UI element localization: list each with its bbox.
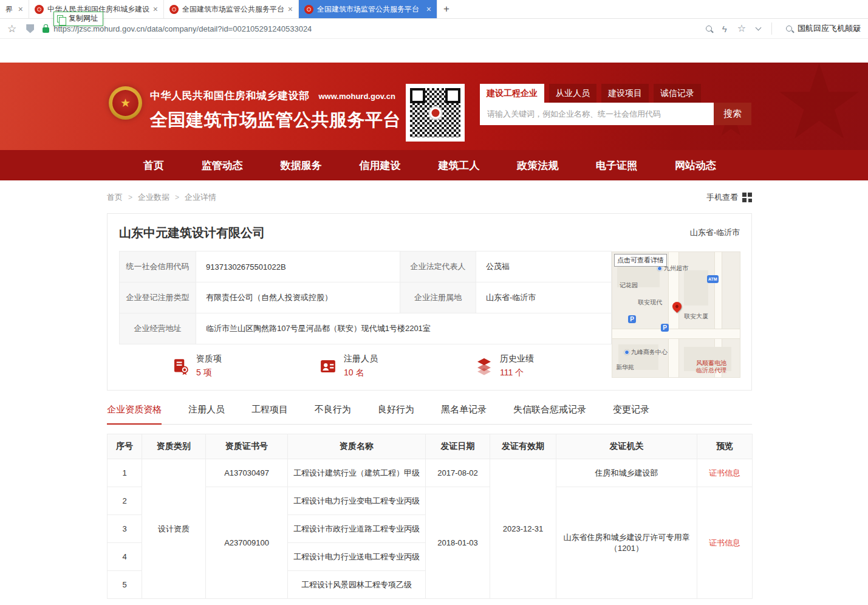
nav-item-supervision-news[interactable]: 监管动态 — [202, 159, 243, 173]
cert-info-link[interactable]: 证书信息 — [709, 538, 740, 547]
col-header-seq: 序号 — [108, 434, 142, 459]
copy-url-tooltip[interactable]: 复制网址 — [53, 12, 103, 26]
qual-preview: 证书信息 — [697, 459, 753, 487]
main-nav: 首页 监管动态 数据服务 信用建设 建筑工人 政策法规 电子证照 网站动态 — [0, 150, 868, 180]
table-row: 1 设计资质 A137030497 工程设计建筑行业（建筑工程）甲级 2017-… — [108, 459, 753, 487]
col-header-authority: 发证机关 — [556, 434, 697, 459]
qr-center-logo — [428, 106, 442, 120]
search-tab-construction-enterprise[interactable]: 建设工程企业 — [480, 84, 544, 103]
map-poi-label: 九峰商务中心 — [624, 348, 668, 357]
copy-url-label: 复制网址 — [69, 13, 98, 24]
stat-label: 注册人员 — [344, 354, 378, 364]
tab-dishonesty-records[interactable]: 失信联合惩戒记录 — [513, 404, 586, 424]
chevron-down-icon[interactable] — [756, 27, 760, 30]
map-poi-label: 新华苑 — [616, 363, 634, 372]
info-value-legal-person: 公茂福 — [476, 251, 612, 282]
address-bar-actions: ϟ ☆ 国航回应飞机颠簸 — [695, 22, 861, 35]
nav-item-e-certificates[interactable]: 电子证照 — [596, 159, 637, 173]
nav-item-site-news[interactable]: 网站动态 — [675, 159, 716, 173]
tab-good-behavior[interactable]: 良好行为 — [378, 404, 414, 424]
tab-blacklist[interactable]: 黑名单记录 — [441, 404, 487, 424]
nav-item-home[interactable]: 首页 — [143, 159, 164, 173]
qual-cert-no: A237009100 — [206, 487, 288, 599]
favorite-star-icon[interactable]: ☆ — [737, 24, 746, 33]
col-header-name: 资质名称 — [288, 434, 426, 459]
search-button[interactable]: 搜索 — [714, 103, 751, 125]
search-tab-credit-records[interactable]: 诚信记录 — [654, 84, 701, 103]
col-header-validity: 发证有效期 — [490, 434, 556, 459]
emblem-star-icon: ★ — [112, 90, 138, 116]
info-value-address: 临沂市兰山区陶然路107号星河晶都（联安）现代城1号楼2201室 — [196, 313, 612, 344]
qual-name: 工程设计电力行业送电工程专业丙级 — [288, 543, 426, 571]
qual-name: 工程设计建筑行业（建筑工程）甲级 — [288, 459, 426, 487]
site-header: ★ ★ ★ 中华人民共和国住房和城乡建设部 www.mohurd.gov.cn … — [0, 63, 868, 150]
ministry-name: 中华人民共和国住房和城乡建设部 — [150, 89, 310, 103]
qual-name: 工程设计风景园林工程专项乙级 — [288, 571, 426, 599]
search-tab-practitioners[interactable]: 从业人员 — [549, 84, 596, 103]
tab-change-records[interactable]: 变更记录 — [613, 404, 649, 424]
breadcrumb-company-data[interactable]: 企业数据 — [138, 192, 169, 203]
tab-qualifications[interactable]: 企业资质资格 — [107, 404, 162, 425]
search-icon[interactable] — [786, 26, 792, 32]
site-favicon-icon — [35, 5, 44, 14]
tab-bad-behavior[interactable]: 不良行为 — [315, 404, 351, 424]
search-tab-projects[interactable]: 建设项目 — [601, 84, 649, 103]
close-icon[interactable]: × — [153, 4, 158, 14]
new-tab-button[interactable]: + — [437, 0, 456, 18]
qual-preview: 证书信息 — [697, 487, 753, 599]
company-region: 山东省-临沂市 — [690, 227, 740, 238]
col-header-preview: 预览 — [697, 434, 753, 459]
tab-title: 全国建筑市场监管公共服务平台 — [182, 4, 284, 15]
breadcrumb-company-detail[interactable]: 企业详情 — [185, 192, 216, 203]
header-search-panel: 建设工程企业 从业人员 建设项目 诚信记录 搜索 — [480, 84, 751, 125]
company-info-table: 统一社会信用代码 91371302675501022B 企业法定代表人 公茂福 … — [119, 251, 612, 344]
tab-registered-personnel[interactable]: 注册人员 — [188, 404, 225, 424]
map-block — [684, 270, 708, 306]
bookmark-star-icon[interactable]: ☆ — [7, 24, 16, 34]
company-name: 山东中元建筑设计有限公司 — [119, 225, 265, 241]
zoom-icon[interactable] — [706, 26, 712, 32]
info-label-legal-person: 企业法定代表人 — [400, 251, 476, 282]
map-widget[interactable]: 点击可查看详情 九州超市 记花园 联安现代 联安大厦 九峰商务中心 新华苑 风顺… — [612, 251, 740, 378]
qual-category: 设计资质 — [142, 459, 206, 599]
toolbar-divider — [771, 22, 772, 35]
stat-value: 10 名 — [344, 367, 378, 378]
browser-tab-1[interactable]: 界 × — [0, 0, 29, 18]
search-category-tabs: 建设工程企业 从业人员 建设项目 诚信记录 — [480, 84, 751, 103]
browser-tab-active[interactable]: 全国建筑市场监管公共服务平台 × — [299, 0, 437, 18]
map-hint: 点击可查看详情 — [614, 254, 667, 267]
qual-validity: 2023-12-31 — [490, 459, 556, 599]
site-info-shield-icon[interactable] — [26, 24, 34, 33]
tab-projects[interactable]: 工程项目 — [251, 404, 288, 424]
browser-tab-3[interactable]: 全国建筑市场监管公共服务平台 × — [164, 0, 299, 18]
poi-dot-icon — [624, 350, 629, 355]
mobile-view-button[interactable]: 手机查看 — [706, 192, 752, 203]
url-box[interactable]: https://jzsc.mohurd.gov.cn/data/company/… — [43, 24, 695, 33]
stat-performance[interactable]: 历史业绩 111 个 — [475, 354, 534, 378]
info-label-credit-code: 统一社会信用代码 — [120, 251, 196, 282]
nav-item-credit-building[interactable]: 信用建设 — [360, 159, 401, 173]
decorative-star-icon: ★ — [773, 63, 866, 150]
nav-item-construction-workers[interactable]: 建筑工人 — [438, 159, 479, 173]
browser-quick-search[interactable]: 国航回应飞机颠簸 — [798, 23, 861, 34]
copy-icon — [57, 15, 63, 22]
qual-name: 工程设计电力行业变电工程专业丙级 — [288, 487, 426, 515]
browser-tab-bar: 界 × 中华人民共和国住房和城乡建设 × 全国建筑市场监管公共服务平台 × 全国… — [0, 0, 868, 19]
lightning-icon[interactable]: ϟ — [722, 24, 727, 33]
close-icon[interactable]: × — [18, 4, 23, 14]
nav-item-policies[interactable]: 政策法规 — [517, 159, 558, 173]
stat-qualifications[interactable]: 资质项 5 项 — [171, 354, 222, 378]
close-icon[interactable]: × — [288, 4, 293, 14]
map-poi-label: 联安现代 — [638, 298, 662, 307]
close-icon[interactable]: × — [426, 4, 431, 14]
keyword-search-input[interactable] — [480, 103, 714, 125]
breadcrumb-home[interactable]: 首页 — [107, 192, 123, 203]
info-value-reg-type: 有限责任公司（自然人投资或控股） — [196, 282, 400, 313]
qual-authority: 山东省住房和城乡建设厅许可专用章（1201） — [556, 487, 697, 599]
stat-registered-personnel[interactable]: 注册人员 10 名 — [319, 354, 378, 378]
lock-icon — [43, 27, 49, 33]
info-label-address: 企业经营地址 — [120, 313, 196, 344]
cert-info-link[interactable]: 证书信息 — [709, 468, 740, 477]
nav-item-data-service[interactable]: 数据服务 — [281, 159, 322, 173]
site-favicon-icon — [304, 5, 313, 14]
